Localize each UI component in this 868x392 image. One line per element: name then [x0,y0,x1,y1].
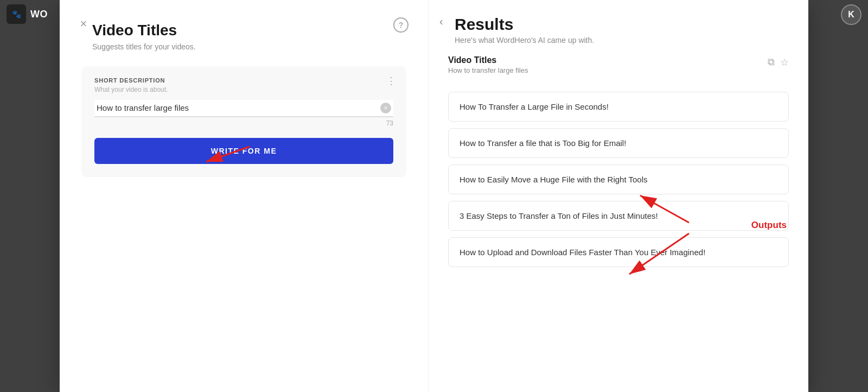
result-card-4[interactable]: 3 Easy Steps to Transfer a Ton of Files … [448,201,789,231]
result-text-3: How to Easily Move a Huge File with the … [459,175,648,184]
short-description-input[interactable] [97,103,376,112]
result-card-3[interactable]: How to Easily Move a Huge File with the … [448,165,789,194]
form-menu-icon[interactable]: ⋮ [386,75,397,87]
results-subtitle: Here's what WordHero's AI came up with. [455,36,789,45]
field-label: SHORT DESCRIPTION [94,77,393,84]
close-button[interactable]: × [75,15,92,33]
app-logo: 🐾 [7,4,26,24]
app-name: WO [30,9,48,20]
section-title: Video Titles [448,55,528,65]
result-card-5[interactable]: How to Upload and Download Files Faster … [448,237,789,267]
avatar[interactable]: K [841,4,861,25]
modal-container: × Video Titles Suggests titles for your … [60,0,808,392]
copy-icon[interactable]: ⧉ [768,56,775,68]
text-input-wrapper: × [94,100,393,117]
clear-input-button[interactable]: × [380,103,391,113]
section-subtitle: How to transfer large files [448,66,528,74]
write-for-me-button[interactable]: WRITE FOR ME [94,138,393,164]
left-panel-header: Video Titles Suggests titles for your vi… [92,22,406,51]
result-text-5: How to Upload and Download Files Faster … [459,248,705,257]
panel-subtitle: Suggests titles for your videos. [92,42,406,51]
section-info: Video Titles How to transfer large files [448,55,528,83]
help-icon[interactable]: ? [393,17,409,33]
results-title: Results [455,15,789,34]
back-button[interactable]: ‹ [439,15,443,28]
toolbar-icons: ⧉ ☆ [768,56,789,68]
result-text-4: 3 Easy Steps to Transfer a Ton of Files … [459,211,658,220]
results-toolbar: Video Titles How to transfer large files… [448,55,789,83]
result-text-1: How To Transfer a Large File in Seconds! [459,102,609,111]
logo-icon: 🐾 [12,10,21,18]
char-count: 73 [94,119,393,127]
top-bar-left: 🐾 WO [7,4,48,24]
left-panel: × Video Titles Suggests titles for your … [60,0,429,392]
top-bar-right: K [841,4,861,25]
field-hint: What your video is about. [94,86,393,93]
result-card-1[interactable]: How To Transfer a Large File in Seconds! [448,92,789,122]
results-header: Results Here's what WordHero's AI came u… [455,15,789,45]
result-text-2: How to Transfer a file that is Too Big f… [459,138,626,148]
result-card-2[interactable]: How to Transfer a file that is Too Big f… [448,128,789,158]
right-panel: ‹ Results Here's what WordHero's AI came… [429,0,808,392]
form-card: ⋮ SHORT DESCRIPTION What your video is a… [81,66,406,177]
panel-title: Video Titles [92,22,406,39]
star-icon[interactable]: ☆ [780,56,789,68]
